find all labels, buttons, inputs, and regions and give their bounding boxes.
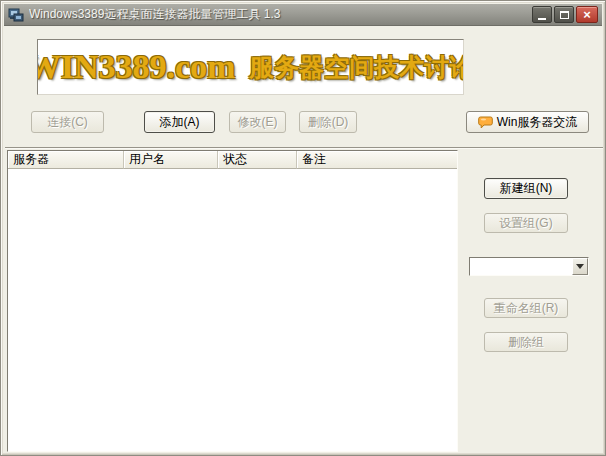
delete-group-button[interactable]: 删除组 [484, 332, 568, 352]
minimize-icon [538, 18, 546, 20]
server-list[interactable]: 服务器 用户名 状态 备注 [7, 150, 458, 452]
group-combobox-value [470, 258, 572, 275]
column-header-server[interactable]: 服务器 [8, 151, 124, 169]
group-combobox[interactable] [469, 257, 589, 276]
combobox-dropdown-button[interactable] [572, 258, 588, 275]
modify-button[interactable]: 修改(E) [229, 111, 286, 133]
server-list-body[interactable] [8, 169, 457, 451]
server-list-header: 服务器 用户名 状态 备注 [8, 151, 457, 169]
app-icon [8, 7, 24, 23]
add-button[interactable]: 添加(A) [144, 111, 215, 133]
column-header-remark[interactable]: 备注 [297, 151, 457, 169]
speech-bubble-icon [478, 116, 493, 129]
close-button[interactable]: × [576, 6, 598, 23]
forum-button[interactable]: Win服务器交流 [466, 111, 589, 133]
minimize-button[interactable] [532, 6, 552, 23]
titlebar: Windows3389远程桌面连接器批量管理工具 1.3 × [4, 4, 602, 26]
column-header-username[interactable]: 用户名 [124, 151, 218, 169]
column-header-status[interactable]: 状态 [218, 151, 297, 169]
new-group-button[interactable]: 新建组(N) [484, 178, 568, 199]
banner-slogan: 服务器空间技术讨论 [249, 51, 464, 84]
app-window: Windows3389远程桌面连接器批量管理工具 1.3 × WIN3389.c… [0, 0, 606, 456]
toolbar-divider [5, 147, 603, 148]
connect-button[interactable]: 连接(C) [31, 111, 104, 133]
set-group-button[interactable]: 设置组(G) [484, 213, 568, 233]
banner-brand: WIN3389.com [37, 48, 235, 86]
chevron-down-icon [576, 264, 584, 269]
forum-button-label: Win服务器交流 [497, 114, 578, 131]
delete-button[interactable]: 删除(D) [299, 111, 357, 133]
close-icon: × [583, 8, 591, 21]
window-title: Windows3389远程桌面连接器批量管理工具 1.3 [29, 6, 532, 23]
window-controls: × [532, 6, 598, 23]
maximize-icon [560, 11, 569, 19]
maximize-button[interactable] [554, 6, 574, 23]
rename-group-button[interactable]: 重命名组(R) [484, 298, 568, 318]
banner: WIN3389.com 服务器空间技术讨论 [37, 39, 464, 95]
